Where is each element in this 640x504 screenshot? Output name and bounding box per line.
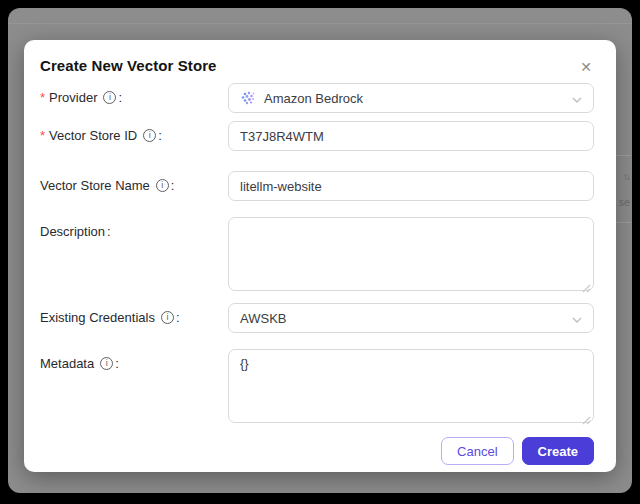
app-header-divider	[8, 23, 632, 24]
provider-select[interactable]: Amazon Bedrock	[228, 83, 594, 113]
info-icon[interactable]: i	[143, 129, 156, 142]
colon: :	[107, 224, 111, 239]
existing-credentials-select[interactable]: AWSKB	[228, 303, 594, 333]
colon: :	[118, 90, 122, 105]
resize-handle-icon[interactable]	[582, 279, 591, 288]
amazon-bedrock-icon	[240, 90, 256, 106]
description-label: Description:	[40, 217, 228, 239]
metadata-label: Metadata i :	[40, 349, 228, 371]
colon: :	[171, 178, 175, 193]
metadata-textarea[interactable]: {}	[228, 349, 594, 423]
vector-store-id-input[interactable]	[228, 121, 594, 151]
form-row-description: Description:	[40, 217, 594, 291]
background-partial-text: se	[618, 196, 630, 208]
existing-credentials-select-value: AWSKB	[240, 311, 572, 326]
create-button[interactable]: Create	[522, 437, 594, 465]
vector-store-id-label: * Vector Store ID i :	[40, 121, 228, 143]
chevron-down-icon	[572, 311, 582, 326]
provider-label: * Provider i :	[40, 83, 228, 105]
form-row-metadata: Metadata i : {}	[40, 349, 594, 423]
chevron-down-icon	[572, 91, 582, 106]
vector-store-name-label: Vector Store Name i :	[40, 171, 228, 193]
close-icon[interactable]: ✕	[578, 58, 594, 76]
modal-title: Create New Vector Store	[40, 57, 217, 74]
vector-store-id-label-text: Vector Store ID	[49, 128, 137, 143]
cancel-button[interactable]: Cancel	[441, 437, 513, 465]
resize-handle-icon[interactable]	[582, 411, 591, 420]
modal-footer: Cancel Create	[40, 437, 594, 465]
info-icon[interactable]: i	[161, 311, 174, 324]
provider-select-value: Amazon Bedrock	[264, 91, 572, 106]
colon: :	[158, 128, 162, 143]
required-marker: *	[40, 128, 45, 143]
info-icon[interactable]: i	[103, 91, 116, 104]
sort-icon: ↑↓	[623, 171, 629, 182]
metadata-label-text: Metadata	[40, 356, 94, 371]
form-row-provider: * Provider i :	[40, 83, 594, 113]
create-vector-store-modal: Create New Vector Store ✕ * Provider i :	[24, 40, 616, 472]
required-marker: *	[40, 90, 45, 105]
colon: :	[115, 356, 119, 371]
info-icon[interactable]: i	[156, 179, 169, 192]
existing-credentials-label-text: Existing Credentials	[40, 310, 155, 325]
vector-store-name-input[interactable]	[228, 171, 594, 201]
vector-store-name-label-text: Vector Store Name	[40, 178, 150, 193]
background-table-divider	[616, 155, 631, 156]
form-row-vector-store-name: Vector Store Name i :	[40, 171, 594, 201]
form-row-existing-credentials: Existing Credentials i : AWSKB	[40, 303, 594, 333]
form-row-vector-store-id: * Vector Store ID i :	[40, 121, 594, 151]
description-textarea[interactable]	[228, 217, 594, 291]
provider-label-text: Provider	[49, 90, 97, 105]
colon: :	[176, 310, 180, 325]
description-label-text: Description	[40, 224, 105, 239]
existing-credentials-label: Existing Credentials i :	[40, 303, 228, 325]
modal-header: Create New Vector Store ✕	[40, 57, 594, 76]
dimmed-app-window: ↑↓ se Create New Vector Store ✕ * Provid…	[8, 8, 632, 493]
background-table-divider	[616, 222, 631, 223]
info-icon[interactable]: i	[100, 357, 113, 370]
